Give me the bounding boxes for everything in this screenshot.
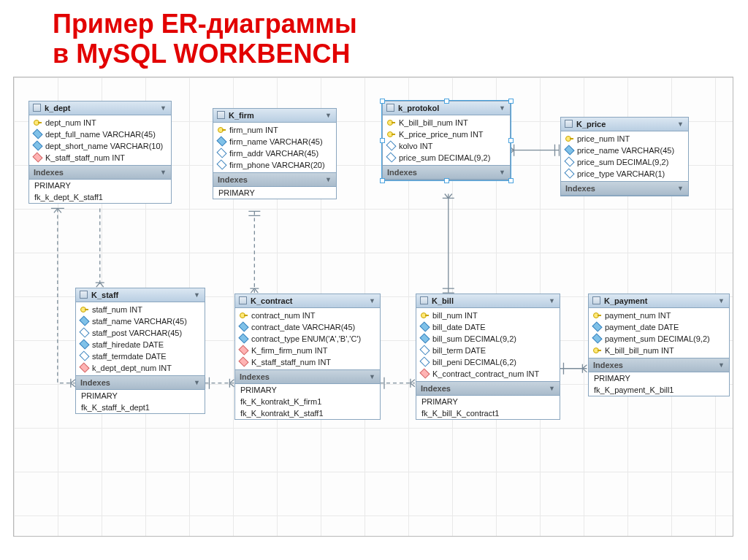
column-row[interactable]: contract_date VARCHAR(45) (235, 321, 380, 333)
collapse-icon[interactable]: ▼ (499, 104, 505, 112)
indexes-section[interactable]: Indexes▼ (76, 375, 205, 390)
indexes-section[interactable]: Indexes▼ (416, 381, 560, 396)
column-row[interactable]: contract_type ENUM('A','B','C') (235, 333, 380, 345)
column-row[interactable]: K_price_price_num INT (383, 129, 510, 140)
table-header[interactable]: K_bill▼ (416, 294, 560, 308)
column-row[interactable]: price_sum DECIMAL(9,2) (561, 156, 688, 168)
selection-handle[interactable] (444, 178, 449, 183)
selection-handle[interactable] (380, 99, 385, 104)
column-row[interactable]: K_contract_contract_num INT (416, 368, 560, 380)
table-header[interactable]: K_payment▼ (589, 294, 729, 308)
selection-handle[interactable] (508, 99, 514, 104)
collapse-icon[interactable]: ▼ (160, 169, 167, 176)
column-row[interactable]: staff_termdate DATE (76, 350, 205, 362)
index-row[interactable]: PRIMARY (29, 180, 171, 191)
column-row[interactable]: price_sum DECIMAL(9,2) (383, 152, 510, 164)
collapse-icon[interactable]: ▼ (718, 297, 725, 304)
selection-handle[interactable] (380, 178, 385, 183)
table-k-contract[interactable]: K_contract▼contract_num INTcontract_date… (234, 294, 381, 420)
column-row[interactable]: firm_num INT (213, 124, 336, 136)
diamond-hollow-icon (564, 169, 574, 179)
collapse-icon[interactable]: ▼ (718, 361, 725, 369)
indexes-section[interactable]: Indexes▼ (561, 181, 688, 196)
selection-handle[interactable] (444, 99, 449, 104)
table-k-protokol[interactable]: k_protokol▼K_bill_bill_num INTK_price_pr… (382, 101, 511, 180)
index-row[interactable]: fk_k_dept_K_staff1 (29, 191, 171, 203)
column-row[interactable]: dept_full_name VARCHAR(45) (29, 129, 171, 140)
column-row[interactable]: contract_num INT (235, 310, 380, 321)
table-k-staff[interactable]: K_staff▼staff_num INTstaff_name VARCHAR(… (75, 288, 205, 414)
column-row[interactable]: payment_num INT (589, 310, 729, 321)
column-row[interactable]: dept_short_name VARCHAR(10) (29, 140, 171, 152)
index-row[interactable]: fk_K_staff_k_dept1 (76, 402, 205, 413)
column-row[interactable]: firm_name VARCHAR(45) (213, 136, 336, 147)
collapse-icon[interactable]: ▼ (549, 385, 555, 392)
indexes-section[interactable]: Indexes▼ (589, 358, 729, 372)
column-row[interactable]: price_num INT (561, 133, 688, 145)
column-row[interactable]: bill_num INT (416, 310, 560, 321)
collapse-icon[interactable]: ▼ (325, 112, 332, 119)
column-row[interactable]: bill_peni DECIMAL(6,2) (416, 356, 560, 368)
index-row[interactable]: fk_K_payment_K_bill1 (589, 384, 729, 396)
collapse-icon[interactable]: ▼ (369, 297, 375, 304)
column-label: firm_num INT (229, 126, 278, 134)
table-k-bill[interactable]: K_bill▼bill_num INTbill_date DATEbill_su… (416, 294, 560, 420)
table-k-dept[interactable]: k_dept▼dept_num INTdept_full_name VARCHA… (28, 101, 172, 204)
selection-handle[interactable] (380, 138, 385, 143)
column-row[interactable]: firm_addr VARCHAR(45) (213, 147, 336, 159)
collapse-icon[interactable]: ▼ (677, 185, 684, 192)
column-row[interactable]: price_name VARCHAR(45) (561, 145, 688, 156)
column-row[interactable]: payment_date DATE (589, 321, 729, 333)
column-row[interactable]: staff_num INT (76, 304, 205, 315)
collapse-icon[interactable]: ▼ (325, 176, 332, 183)
column-row[interactable]: bill_date DATE (416, 321, 560, 333)
table-k-price[interactable]: K_price▼price_num INTprice_name VARCHAR(… (560, 117, 689, 196)
index-row[interactable]: fk_K_kontrakt_K_firm1 (235, 396, 380, 407)
table-header[interactable]: K_staff▼ (76, 288, 205, 302)
column-row[interactable]: K_bill_bill_num INT (383, 117, 510, 129)
table-header[interactable]: K_contract▼ (235, 294, 380, 308)
column-row[interactable]: bill_term DATE (416, 345, 560, 356)
column-row[interactable]: staff_name VARCHAR(45) (76, 315, 205, 327)
collapse-icon[interactable]: ▼ (549, 297, 555, 304)
indexes-section[interactable]: Indexes▼ (383, 165, 510, 180)
column-row[interactable]: payment_sum DECIMAL(9,2) (589, 333, 729, 345)
index-row[interactable]: PRIMARY (589, 372, 729, 384)
index-row[interactable]: fk_K_kontrakt_K_staff1 (235, 407, 380, 419)
table-header[interactable]: K_price▼ (561, 118, 688, 131)
column-label: bill_term DATE (432, 346, 486, 355)
column-row[interactable]: K_bill_bill_num INT (589, 345, 729, 356)
collapse-icon[interactable]: ▼ (499, 169, 505, 176)
column-row[interactable]: dept_num INT (29, 117, 171, 129)
index-row[interactable]: PRIMARY (416, 396, 560, 407)
column-row[interactable]: bill_sum DECIMAL(9,2) (416, 333, 560, 345)
index-row[interactable]: PRIMARY (213, 187, 336, 199)
column-row[interactable]: price_type VARCHAR(1) (561, 168, 688, 180)
column-row[interactable]: kolvo INT (383, 140, 510, 152)
column-row[interactable]: staff_post VARCHAR(45) (76, 327, 205, 339)
collapse-icon[interactable]: ▼ (194, 291, 200, 299)
indexes-section[interactable]: Indexes▼ (213, 172, 336, 187)
column-row[interactable]: staff_hiredate DATE (76, 339, 205, 350)
table-header[interactable]: k_dept▼ (29, 101, 171, 115)
index-row[interactable]: fk_K_bill_K_contract1 (416, 407, 560, 419)
selection-handle[interactable] (508, 138, 514, 143)
er-canvas[interactable]: k_dept▼dept_num INTdept_full_name VARCHA… (13, 77, 733, 537)
collapse-icon[interactable]: ▼ (160, 104, 167, 112)
column-row[interactable]: K_firm_firm_num INT (235, 345, 380, 356)
indexes-section[interactable]: Indexes▼ (29, 165, 171, 180)
column-row[interactable]: K_staff_staff_num INT (235, 356, 380, 368)
column-row[interactable]: firm_phone VARCHAR(20) (213, 159, 336, 171)
table-header[interactable]: K_firm▼ (213, 109, 336, 123)
table-k-firm[interactable]: K_firm▼firm_num INTfirm_name VARCHAR(45)… (213, 108, 337, 199)
collapse-icon[interactable]: ▼ (369, 373, 375, 380)
selection-handle[interactable] (508, 178, 514, 183)
table-k-payment[interactable]: K_payment▼payment_num INTpayment_date DA… (588, 294, 730, 396)
index-row[interactable]: PRIMARY (76, 390, 205, 402)
collapse-icon[interactable]: ▼ (194, 379, 200, 386)
column-row[interactable]: K_staff_staff_num INT (29, 152, 171, 164)
column-row[interactable]: k_dept_dept_num INT (76, 362, 205, 374)
collapse-icon[interactable]: ▼ (677, 120, 684, 128)
indexes-section[interactable]: Indexes▼ (235, 369, 380, 384)
index-row[interactable]: PRIMARY (235, 384, 380, 396)
